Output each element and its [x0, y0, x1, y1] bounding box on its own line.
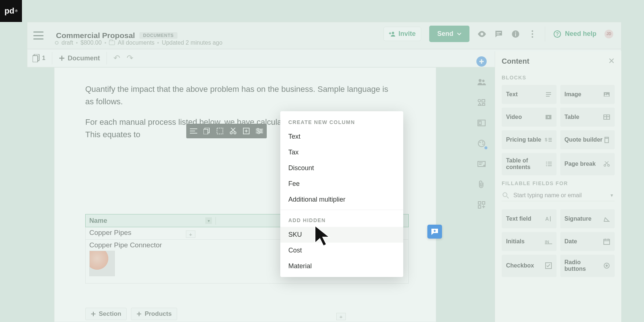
- select-icon[interactable]: [216, 127, 224, 135]
- product-thumbnail: [89, 251, 115, 276]
- document-meta: draft $800.00 All documents Updated 2 mi…: [55, 40, 222, 46]
- chevron-down-icon: [457, 33, 461, 35]
- preview-icon[interactable]: [478, 30, 486, 38]
- document-title[interactable]: Commercial Proposal: [56, 31, 135, 40]
- need-help-button[interactable]: ? Need help: [553, 30, 596, 38]
- column-dropdown-icon[interactable]: ▾: [205, 217, 212, 224]
- image-icon: [603, 91, 610, 98]
- menu-item-material[interactable]: Material: [280, 258, 403, 274]
- initials-icon: IN: [545, 238, 552, 245]
- field-signature[interactable]: Signature: [560, 209, 615, 228]
- info-icon[interactable]: [511, 30, 520, 38]
- menu-item-text[interactable]: Text: [280, 129, 403, 145]
- pricing-icon: $: [545, 136, 552, 143]
- rail-design[interactable]: [476, 138, 487, 149]
- svg-point-17: [230, 132, 232, 134]
- section-label: Section: [99, 310, 121, 318]
- block-page-break[interactable]: Page break: [560, 153, 615, 175]
- svg-rect-3: [497, 34, 499, 34]
- menu-item-fee[interactable]: Fee: [280, 176, 403, 192]
- add-section-button[interactable]: Section: [85, 308, 127, 320]
- more-icon[interactable]: [528, 30, 537, 38]
- recipient-search[interactable]: ▼: [502, 190, 615, 201]
- add-document-button[interactable]: Document: [59, 55, 100, 62]
- rail-variables[interactable]: [476, 97, 487, 108]
- block-video[interactable]: Video: [502, 108, 557, 127]
- block-toc[interactable]: Table of contents: [502, 153, 557, 175]
- floating-format-toolbar: [186, 124, 267, 138]
- add-document-label: Document: [68, 55, 100, 62]
- block-text[interactable]: Text: [502, 85, 557, 104]
- cell-name: Copper Pipes: [89, 229, 131, 236]
- rail-add-content[interactable]: [476, 56, 487, 67]
- align-icon[interactable]: [189, 127, 198, 135]
- settings-icon[interactable]: [255, 127, 264, 135]
- svg-point-0: [392, 31, 394, 34]
- svg-point-8: [532, 33, 533, 34]
- avatar[interactable]: JD: [604, 30, 613, 38]
- send-button[interactable]: Send: [429, 26, 469, 42]
- checkbox-icon: [545, 262, 552, 269]
- menu-icon[interactable]: [33, 31, 44, 40]
- cut-icon[interactable]: [229, 127, 237, 135]
- rail-recipients[interactable]: [476, 77, 487, 87]
- menu-item-cost[interactable]: Cost: [280, 243, 403, 258]
- chevron-down-icon[interactable]: ▼: [610, 193, 614, 198]
- column-name-header[interactable]: Name ▾: [86, 217, 216, 225]
- redo-button[interactable]: ↷: [127, 53, 133, 63]
- add-products-button[interactable]: Products: [131, 308, 177, 320]
- svg-point-39: [605, 93, 606, 94]
- page-indicator[interactable]: 1: [33, 54, 45, 62]
- rail-layout[interactable]: [476, 118, 487, 128]
- add-icon[interactable]: [242, 127, 251, 135]
- separator: [545, 27, 545, 41]
- column-menu: CREATE NEW COLUMN Text Tax Discount Fee …: [280, 111, 403, 277]
- add-row-button[interactable]: +: [336, 313, 346, 320]
- field-initials[interactable]: InitialsIN: [502, 232, 557, 251]
- page-break-icon: [603, 160, 610, 168]
- field-checkbox[interactable]: Checkbox: [502, 255, 557, 277]
- chat-icon[interactable]: [494, 30, 503, 38]
- close-icon[interactable]: ✕: [608, 56, 615, 66]
- folder-label[interactable]: All documents: [118, 40, 155, 46]
- products-label: Products: [145, 310, 172, 318]
- svg-point-6: [515, 31, 516, 33]
- panel-title: Content: [502, 57, 529, 65]
- field-radio[interactable]: Radio buttons: [560, 255, 615, 277]
- add-row-mid-button[interactable]: +: [186, 231, 195, 238]
- block-image[interactable]: Image: [560, 85, 615, 104]
- svg-rect-2: [497, 32, 501, 33]
- block-table[interactable]: Table: [560, 108, 615, 127]
- rail-smart-content[interactable]: [476, 159, 487, 169]
- menu-item-tax[interactable]: Tax: [280, 145, 403, 160]
- field-text[interactable]: Text fieldA: [502, 209, 557, 228]
- menu-item-discount[interactable]: Discount: [280, 160, 403, 176]
- menu-item-sku[interactable]: SKU: [280, 227, 403, 243]
- svg-point-43: [604, 165, 606, 166]
- copy-icon[interactable]: [202, 127, 211, 135]
- svg-point-7: [532, 30, 533, 31]
- invite-button[interactable]: Invite: [383, 27, 421, 41]
- search-input[interactable]: [513, 192, 605, 199]
- field-date[interactable]: Date: [560, 232, 615, 251]
- block-pricing-table[interactable]: Pricing table$: [502, 130, 557, 149]
- menu-item-multiplier[interactable]: Additional multiplier: [280, 192, 403, 207]
- comment-fab[interactable]: [427, 225, 442, 239]
- plus-icon: [136, 311, 142, 317]
- rail-apps[interactable]: [476, 200, 487, 210]
- svg-point-20: [257, 128, 259, 130]
- text-icon: [545, 91, 552, 98]
- block-quote-builder[interactable]: Quote builder: [560, 130, 615, 149]
- svg-point-51: [606, 265, 608, 267]
- calendar-icon: [603, 238, 610, 245]
- status-dot-icon: [55, 41, 59, 45]
- menu-header-create: CREATE NEW COLUMN: [280, 114, 403, 129]
- svg-point-9: [532, 36, 533, 37]
- svg-point-21: [260, 130, 262, 132]
- undo-button[interactable]: ↶: [113, 53, 120, 63]
- table-section-buttons: Section Products: [85, 308, 177, 320]
- updated-label: Updated 2 minutes ago: [162, 40, 222, 46]
- svg-point-44: [608, 165, 610, 166]
- rail-attachments[interactable]: [476, 179, 487, 190]
- svg-point-22: [258, 132, 260, 134]
